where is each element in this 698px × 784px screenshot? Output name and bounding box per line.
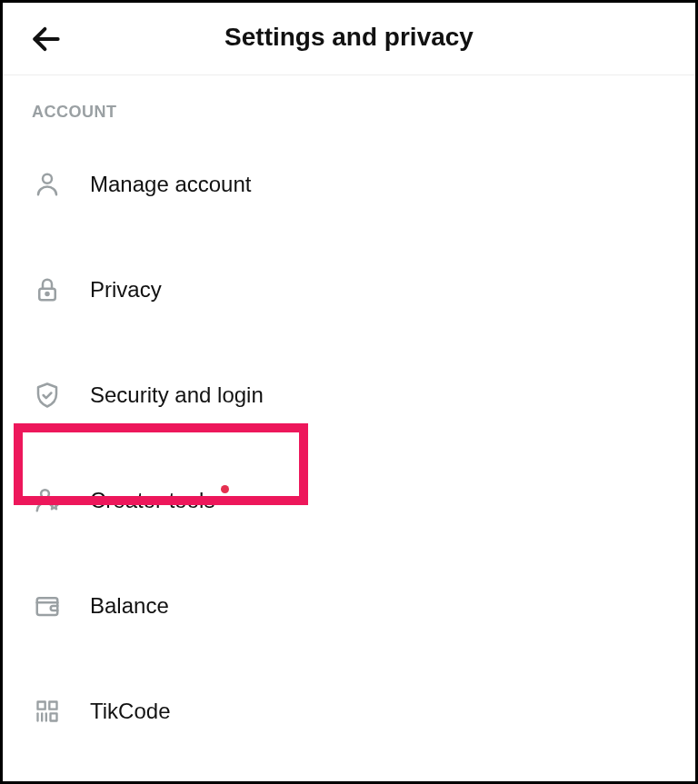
notification-dot bbox=[221, 485, 229, 493]
svg-point-3 bbox=[46, 293, 49, 295]
item-label: Balance bbox=[90, 593, 169, 619]
svg-point-4 bbox=[41, 490, 49, 498]
svg-point-1 bbox=[43, 174, 52, 184]
svg-rect-7 bbox=[38, 702, 45, 710]
item-label: TikCode bbox=[90, 699, 170, 724]
lock-icon bbox=[32, 274, 63, 305]
section-label: ACCOUNT bbox=[32, 103, 666, 122]
account-section: ACCOUNT Manage account Privacy Secu bbox=[3, 75, 695, 784]
back-button[interactable] bbox=[28, 21, 65, 57]
svg-rect-8 bbox=[49, 702, 56, 710]
person-star-icon bbox=[32, 485, 63, 516]
header: Settings and privacy bbox=[3, 3, 695, 75]
person-icon bbox=[32, 169, 63, 200]
tikcode-item[interactable]: TikCode bbox=[32, 683, 666, 739]
privacy-item[interactable]: Privacy bbox=[32, 262, 666, 318]
balance-item[interactable]: Balance bbox=[32, 578, 666, 634]
qrcode-icon bbox=[32, 696, 63, 727]
manage-account-item[interactable]: Manage account bbox=[32, 156, 666, 213]
shield-icon bbox=[32, 380, 63, 411]
item-label: Security and login bbox=[90, 382, 264, 408]
item-label: Privacy bbox=[90, 277, 162, 303]
page-title: Settings and privacy bbox=[28, 23, 670, 52]
wallet-icon bbox=[32, 590, 63, 621]
creator-tools-item[interactable]: Creator tools bbox=[32, 472, 666, 529]
item-label: Creator tools bbox=[90, 488, 214, 513]
svg-rect-12 bbox=[51, 713, 57, 720]
security-item[interactable]: Security and login bbox=[32, 367, 666, 423]
arrow-left-icon bbox=[29, 22, 64, 56]
item-label: Manage account bbox=[90, 172, 251, 197]
